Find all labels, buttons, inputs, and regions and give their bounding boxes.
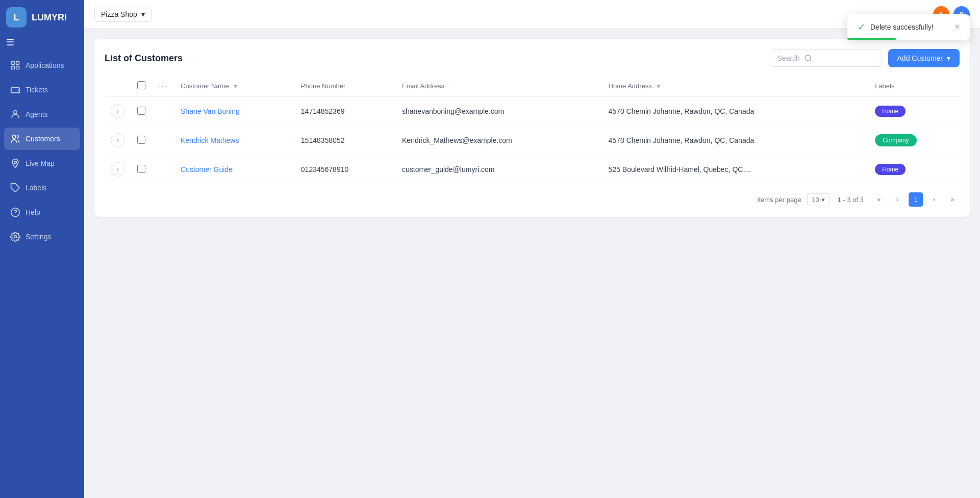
toast-message: Delete successfully! — [870, 29, 934, 31]
sort-icon: ▼ — [233, 83, 238, 89]
store-selector[interactable]: Pizza Shop ▾ — [94, 7, 152, 22]
row-checkbox[interactable] — [137, 136, 145, 144]
chevron-down-icon: ▾ — [141, 10, 145, 18]
table-row: › Kendrick Mathews 15148358052 Kendrick_… — [105, 126, 960, 155]
row-checkbox[interactable] — [137, 107, 145, 115]
sidebar-nav: Applications Tickets Agents Customers — [0, 54, 84, 248]
per-page-select[interactable]: 10 ▾ — [807, 193, 829, 206]
cell-label: Company — [869, 126, 960, 155]
search-placeholder: Search — [777, 54, 800, 62]
items-per-page-label: Items per page: — [757, 196, 803, 204]
sidebar-item-applications[interactable]: Applications — [4, 54, 80, 77]
card-header: List of Customers Search Add Customer ▾ — [105, 49, 960, 67]
cell-phone: 012345678910 — [295, 155, 396, 184]
last-page-button[interactable]: » — [945, 192, 960, 207]
label-badge[interactable]: Company — [875, 134, 916, 146]
cell-phone: 15148358052 — [295, 126, 396, 155]
cell-phone: 14714852369 — [295, 97, 396, 126]
cell-address: 4570 Chemin Johanne, Rawdon, QC, Canada — [602, 97, 869, 126]
main-content: Pizza Shop ▾ A B ✓ Delete successfully! … — [84, 0, 980, 498]
label-badge[interactable]: Home — [875, 164, 906, 175]
hamburger-menu-icon[interactable]: ☰ — [6, 37, 14, 47]
gear-icon — [10, 232, 20, 242]
svg-rect-1 — [16, 62, 19, 65]
row-expand-button[interactable]: › — [111, 104, 125, 118]
cell-email: Kendrick_Mathews@example.com — [396, 126, 602, 155]
table-row: › Shane Van Boning 14714852369 shanevanb… — [105, 97, 960, 126]
sidebar-item-label: Applications — [26, 61, 64, 69]
row-checkbox[interactable] — [137, 165, 145, 173]
sort-icon: ▼ — [656, 83, 662, 89]
cell-address: 4570 Chemin Johanne, Rawdon, QC, Canada — [602, 126, 869, 155]
col-header-address: Home Address ▼ — [602, 76, 869, 97]
toast-notification: ✓ Delete successfully! × — [847, 29, 970, 40]
select-all-checkbox[interactable] — [137, 81, 145, 89]
row-expand-button[interactable]: › — [111, 162, 125, 177]
sidebar-item-help[interactable]: Help — [4, 201, 80, 223]
toast-progress-bar — [847, 38, 896, 40]
cell-email: customer_guide@lumyri.com — [396, 155, 602, 184]
next-page-button[interactable]: › — [927, 192, 941, 207]
page-title: List of Customers — [105, 53, 183, 64]
help-icon — [10, 207, 20, 217]
first-page-button[interactable]: « — [872, 192, 886, 207]
sidebar-item-labels[interactable]: Labels — [4, 177, 80, 199]
sidebar-item-agents[interactable]: Agents — [4, 103, 80, 126]
content-area: ✓ Delete successfully! × List of Custome… — [84, 29, 980, 498]
svg-rect-0 — [12, 62, 15, 65]
col-header-labels: Labels — [869, 76, 960, 97]
cell-email: shanevanboning@example.com — [396, 97, 602, 126]
sidebar: L LUMYRI ☰ Applications Tickets Agent — [0, 0, 84, 498]
customers-table-wrap: ··· Customer Name ▼ Phone Number Email A… — [105, 76, 960, 184]
sidebar-item-label: Settings — [26, 233, 52, 241]
sidebar-item-tickets[interactable]: Tickets — [4, 79, 80, 101]
sidebar-item-label: Customers — [26, 135, 60, 143]
sidebar-item-livemap[interactable]: Live Map — [4, 152, 80, 175]
svg-rect-2 — [12, 66, 15, 69]
customers-table: ··· Customer Name ▼ Phone Number Email A… — [105, 76, 960, 184]
label-badge[interactable]: Home — [875, 106, 906, 117]
person-icon — [10, 109, 20, 119]
col-header-phone: Phone Number — [295, 76, 396, 97]
sidebar-logo: L — [6, 7, 27, 28]
sidebar-item-label: Help — [26, 208, 40, 216]
sidebar-item-customers[interactable]: Customers — [4, 128, 80, 150]
cell-customer-name[interactable]: Customer Guide — [174, 155, 295, 184]
sidebar-item-settings[interactable]: Settings — [4, 226, 80, 248]
svg-point-11 — [805, 55, 811, 61]
chevron-down-icon: ▾ — [947, 54, 950, 62]
cell-label: Home — [869, 97, 960, 126]
prev-page-button[interactable]: ‹ — [890, 192, 904, 207]
toast-close-button[interactable]: × — [955, 29, 960, 32]
grid-icon — [10, 60, 20, 70]
cell-customer-name[interactable]: Kendrick Mathews — [174, 126, 295, 155]
cell-customer-name[interactable]: Shane Van Boning — [174, 97, 295, 126]
map-icon — [10, 158, 20, 168]
svg-point-5 — [12, 135, 16, 139]
page-1-button[interactable]: 1 — [909, 192, 923, 207]
column-options-icon[interactable]: ··· — [158, 81, 168, 91]
search-icon — [804, 54, 812, 62]
tag-icon — [10, 183, 20, 193]
search-box[interactable]: Search — [770, 49, 882, 67]
col-header-email: Email Address — [396, 76, 602, 97]
card-actions: Search Add Customer ▾ — [770, 49, 960, 67]
table-row: › Customer Guide 012345678910 customer_g… — [105, 155, 960, 184]
add-customer-button[interactable]: Add Customer ▾ — [888, 49, 960, 67]
sidebar-item-label: Agents — [26, 110, 48, 118]
row-expand-button[interactable]: › — [111, 133, 125, 147]
store-name: Pizza Shop — [101, 10, 137, 18]
cell-address: 525 Boulevard Wilfrid-Hamel, Quebec, QC,… — [602, 155, 869, 184]
chevron-down-icon: ▾ — [821, 196, 825, 204]
cell-label: Home — [869, 155, 960, 184]
pagination-bar: Items per page: 10 ▾ 1 - 3 of 3 « ‹ 1 › … — [105, 184, 960, 207]
sidebar-item-label: Live Map — [26, 159, 55, 167]
sidebar-item-label: Tickets — [26, 86, 48, 94]
svg-point-6 — [14, 161, 17, 164]
sidebar-brand-name: LUMYRI — [32, 12, 67, 23]
ticket-icon — [10, 85, 20, 95]
customers-card: List of Customers Search Add Customer ▾ — [94, 39, 970, 217]
svg-rect-3 — [16, 66, 19, 69]
sidebar-item-label: Labels — [26, 184, 46, 192]
success-icon: ✓ — [858, 29, 865, 33]
